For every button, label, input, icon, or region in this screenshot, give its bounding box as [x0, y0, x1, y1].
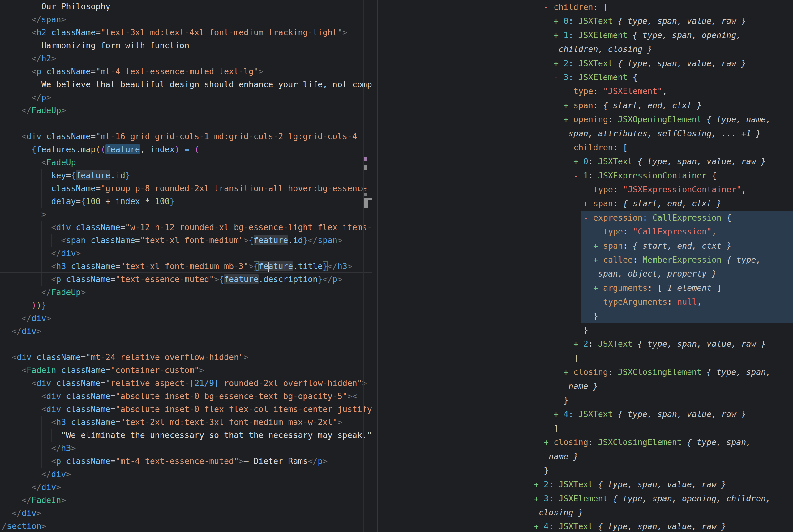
collapse-node-icon[interactable]: -: [544, 2, 554, 12]
expand-node-icon[interactable]: +: [554, 409, 563, 419]
code-line[interactable]: Our Philosophy: [0, 0, 372, 13]
ast-node[interactable]: span, attributes, selfClosing, ... +1 }: [524, 127, 793, 140]
ast-node[interactable]: }: [524, 393, 793, 407]
collapse-node-icon[interactable]: -: [563, 142, 574, 152]
ast-node[interactable]: name }: [524, 450, 793, 463]
collapse-node-icon[interactable]: -: [583, 213, 593, 222]
ast-node[interactable]: ]: [524, 351, 793, 365]
code-line[interactable]: <div className="mt-16 grid grid-cols-1 m…: [0, 130, 372, 143]
code-line[interactable]: </p>: [0, 91, 372, 104]
ast-node[interactable]: }: [524, 323, 793, 337]
ast-node-selected[interactable]: type: "CallExpression",: [524, 225, 793, 239]
code-line[interactable]: ))}: [0, 299, 372, 312]
ast-node[interactable]: - children: [: [524, 0, 793, 14]
code-line[interactable]: </div>: [0, 312, 372, 325]
ast-node[interactable]: + 4: JSXText { type, span, value, raw }: [524, 407, 793, 421]
ast-node[interactable]: - 1: JSXExpressionContainer {: [524, 169, 793, 183]
expand-node-icon[interactable]: +: [534, 521, 544, 531]
code-line[interactable]: We believe that beautiful design should …: [0, 78, 372, 91]
expand-node-icon[interactable]: +: [593, 241, 603, 250]
code-line[interactable]: <FadeUp: [0, 156, 372, 169]
expand-node-icon[interactable]: +: [544, 437, 554, 447]
ast-node-selected[interactable]: span, object, property }: [524, 267, 793, 281]
ast-node[interactable]: + 2: JSXText { type, span, value, raw }: [524, 56, 793, 70]
expand-node-icon[interactable]: +: [534, 494, 544, 503]
ast-node[interactable]: ]: [524, 421, 793, 435]
code-line[interactable]: <div className="relative aspect-[21/9] r…: [0, 377, 372, 390]
code-line[interactable]: </div>: [0, 247, 372, 260]
ast-node[interactable]: - 3: JSXElement {: [524, 70, 793, 84]
code-line[interactable]: </div>: [0, 468, 372, 481]
code-line[interactable]: </FadeIn>: [0, 494, 372, 507]
ast-node[interactable]: closing }: [524, 506, 793, 519]
code-line[interactable]: </FadeUp>: [0, 286, 372, 299]
ast-node-selected[interactable]: typeArguments: null,: [524, 295, 793, 309]
ast-node[interactable]: + closing: JSXClosingElement { type, spa…: [524, 435, 793, 449]
ast-node[interactable]: + 0: JSXText { type, span, value, raw }: [524, 154, 793, 168]
expand-node-icon[interactable]: +: [574, 339, 583, 348]
ast-node[interactable]: children, closing }: [524, 42, 793, 56]
collapse-node-icon[interactable]: -: [554, 72, 563, 82]
ast-node[interactable]: - children: [: [524, 140, 793, 154]
overview-ruler[interactable]: [363, 0, 377, 532]
code-line[interactable]: [0, 338, 372, 351]
ast-node[interactable]: + 0: JSXText { type, span, value, raw }: [524, 14, 793, 28]
ast-node-selected[interactable]: + callee: MemberExpression { type,: [524, 253, 793, 267]
code-line[interactable]: <span className="text-xl font-medium">{f…: [0, 234, 372, 247]
code-line[interactable]: <div className="absolute inset-0 bg-esse…: [0, 390, 372, 403]
code-line[interactable]: <h2 className="text-3xl md:text-4xl font…: [0, 26, 372, 39]
code-line[interactable]: <p className="mt-4 text-essence-muted te…: [0, 65, 372, 78]
ast-node[interactable]: type: "JSXElement",: [524, 84, 793, 98]
expand-node-icon[interactable]: +: [563, 100, 574, 110]
expand-node-icon[interactable]: +: [534, 479, 544, 489]
ast-node[interactable]: + span: { start, end, ctxt }: [524, 196, 793, 210]
code-line[interactable]: </span>: [0, 13, 372, 26]
code-line[interactable]: <div className="mt-24 relative overflow-…: [0, 351, 372, 364]
code-line[interactable]: </h2>: [0, 52, 372, 65]
expand-node-icon[interactable]: +: [593, 255, 603, 264]
code-line[interactable]: </div>: [0, 481, 372, 494]
code-line[interactable]: <div className="w-12 h-12 rounded-xl bg-…: [0, 221, 372, 234]
ast-node[interactable]: + 3: JSXElement { type, span, opening, c…: [524, 492, 793, 506]
code-line[interactable]: >: [0, 208, 372, 221]
code-line[interactable]: /section>: [0, 520, 372, 532]
code-line[interactable]: [0, 117, 372, 130]
ast-node-selected[interactable]: - expression: CallExpression {: [524, 211, 793, 225]
ast-tree-pane[interactable]: - children: [+ 0: JSXText { type, span, …: [524, 0, 793, 532]
code-line[interactable]: Harmonizing form with function: [0, 39, 372, 52]
code-line[interactable]: </h3>: [0, 442, 372, 455]
code-line[interactable]: className="group p-8 rounded-2xl transit…: [0, 182, 372, 195]
code-editor-pane[interactable]: Our Philosophy </span> <h2 className="te…: [0, 0, 372, 532]
code-line[interactable]: key={feature.id}: [0, 169, 372, 182]
code-line[interactable]: </div>: [0, 507, 372, 520]
expand-node-icon[interactable]: +: [583, 198, 593, 208]
collapse-node-icon[interactable]: -: [574, 171, 583, 180]
code-line[interactable]: <p className="text-essence-muted">{featu…: [0, 273, 372, 286]
expand-node-icon[interactable]: +: [563, 114, 574, 124]
code-line[interactable]: delay={100 + index * 100}: [0, 195, 372, 208]
ast-node[interactable]: + 2: JSXText { type, span, value, raw }: [524, 337, 793, 351]
ast-node-selected[interactable]: + span: { start, end, ctxt }: [524, 239, 793, 253]
expand-node-icon[interactable]: +: [554, 30, 563, 40]
ast-node-selected[interactable]: }: [524, 309, 793, 323]
code-line[interactable]: {features.map((feature, index) ⇒ (: [0, 143, 372, 156]
code-line[interactable]: <div className="absolute inset-0 flex fl…: [0, 403, 372, 416]
ast-node[interactable]: + span: { start, end, ctxt }: [524, 98, 793, 112]
code-line[interactable]: <h3 className="text-2xl md:text-3xl font…: [0, 416, 372, 429]
code-line[interactable]: "We eliminate the unnecessary so that th…: [0, 429, 372, 442]
ast-node-selected[interactable]: + arguments: [ 1 element ]: [524, 281, 793, 295]
expand-node-icon[interactable]: +: [574, 156, 583, 166]
code-line-current[interactable]: <h3 className="text-xl font-medium mb-3"…: [0, 260, 372, 273]
ast-node[interactable]: + 1: JSXElement { type, span, opening,: [524, 28, 793, 42]
expand-node-icon[interactable]: +: [593, 283, 603, 292]
ast-node[interactable]: type: "JSXExpressionContainer",: [524, 183, 793, 196]
ast-node[interactable]: + 4: JSXText { type, span, value, raw }: [524, 519, 793, 532]
ast-node[interactable]: + 2: JSXText { type, span, value, raw }: [524, 477, 793, 491]
code-line[interactable]: </FadeUp>: [0, 104, 372, 117]
expand-node-icon[interactable]: +: [554, 58, 563, 68]
ast-node[interactable]: }: [524, 463, 793, 477]
code-line[interactable]: </div>: [0, 325, 372, 338]
expand-node-icon[interactable]: +: [554, 16, 563, 26]
expand-node-icon[interactable]: +: [563, 367, 574, 377]
code-line[interactable]: <p className="mt-4 text-essence-muted">—…: [0, 455, 372, 468]
